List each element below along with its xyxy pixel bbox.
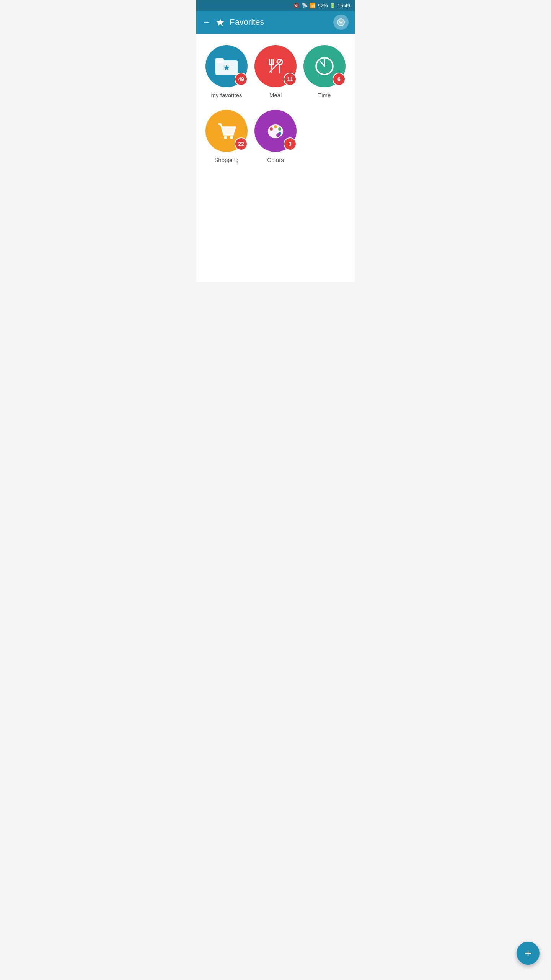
category-meal[interactable]: 11 Meal <box>253 45 298 98</box>
clock-icon <box>314 56 335 77</box>
battery-level: 92% <box>318 3 328 8</box>
badge-meal: 11 <box>284 73 297 86</box>
signal-icon: 📶 <box>310 3 316 8</box>
palette-icon <box>264 120 287 142</box>
circle-container-meal: 11 <box>254 45 297 87</box>
category-colors[interactable]: 3 Colors <box>253 110 298 163</box>
circle-container-colors: 3 <box>254 110 297 152</box>
label-time: Time <box>318 92 331 98</box>
cutlery-icon <box>266 56 285 76</box>
battery-icon: 🔋 <box>329 3 336 8</box>
label-colors: Colors <box>267 157 284 163</box>
cast-icon: 📡 <box>302 3 308 8</box>
svg-point-16 <box>224 136 227 139</box>
svg-point-17 <box>230 136 233 139</box>
badge-shopping: 22 <box>235 137 248 150</box>
back-button[interactable]: ← <box>202 17 211 27</box>
badge-colors: 3 <box>284 137 297 150</box>
badge-time: 6 <box>333 73 346 86</box>
category-shopping[interactable]: 22 Shopping <box>204 110 249 163</box>
page-title: Favorites <box>230 17 264 27</box>
svg-point-19 <box>270 127 273 131</box>
svg-point-15 <box>324 65 325 67</box>
mute-icon: 🔇 <box>293 3 300 8</box>
label-meal: Meal <box>269 92 282 98</box>
main-content: ★ 49 my favorites <box>196 34 355 282</box>
folder-star-icon: ★ <box>215 57 238 76</box>
svg-point-20 <box>274 125 277 128</box>
favorites-star-icon: ★ <box>215 16 225 29</box>
circle-container-shopping: 22 <box>205 110 248 152</box>
circle-container-time: 6 <box>303 45 346 87</box>
category-my-favorites[interactable]: ★ 49 my favorites <box>204 45 249 98</box>
svg-point-21 <box>278 127 281 131</box>
download-button[interactable] <box>333 15 349 30</box>
circle-container-my-favorites: ★ 49 <box>205 45 248 87</box>
app-bar-left: ← ★ Favorites <box>202 16 264 29</box>
cart-icon <box>215 121 238 141</box>
status-bar: 🔇 📡 📶 92% 🔋 15:49 <box>196 0 355 11</box>
clock: 15:49 <box>337 3 350 8</box>
svg-text:★: ★ <box>223 64 230 72</box>
category-time[interactable]: 6 Time <box>302 45 347 98</box>
favorites-grid: ★ 49 my favorites <box>204 45 347 163</box>
app-bar: ← ★ Favorites <box>196 11 355 34</box>
download-icon <box>337 18 345 26</box>
svg-rect-2 <box>215 58 224 63</box>
status-icons: 🔇 📡 📶 92% 🔋 15:49 <box>293 3 350 8</box>
label-shopping: Shopping <box>214 157 238 163</box>
svg-point-23 <box>276 133 280 137</box>
badge-my-favorites: 49 <box>235 73 248 86</box>
label-my-favorites: my favorites <box>211 92 242 98</box>
